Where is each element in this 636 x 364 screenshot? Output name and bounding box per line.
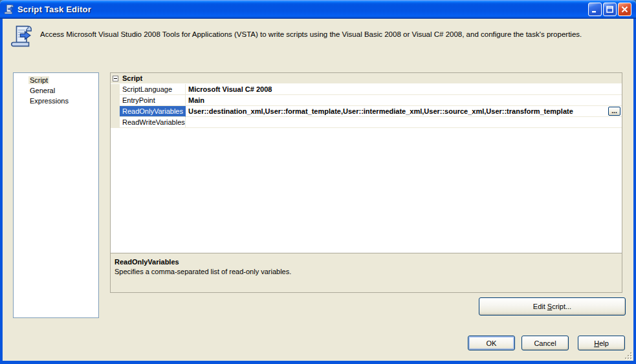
sidebar-item-expressions[interactable]: Expressions: [14, 96, 98, 106]
sidebar-item-script[interactable]: Script: [14, 75, 98, 85]
property-description-title: ReadOnlyVariables: [115, 258, 622, 266]
property-description-text: Specifies a comma-separated list of read…: [115, 268, 622, 275]
titlebar[interactable]: Script Task Editor: [0, 0, 636, 19]
script-task-icon: [4, 4, 15, 15]
close-icon: [621, 6, 628, 13]
property-row-EntryPoint[interactable]: EntryPointMain: [111, 95, 622, 106]
property-name: EntryPoint: [120, 95, 186, 106]
row-gutter: [111, 95, 120, 106]
category-row-script[interactable]: Script: [111, 73, 622, 84]
property-rows: ScriptLanguageMicrosoft Visual C# 2008En…: [111, 84, 622, 128]
row-gutter: [111, 106, 120, 117]
row-gutter: [111, 84, 120, 95]
maximize-button[interactable]: [603, 3, 617, 16]
minimize-button[interactable]: [588, 3, 602, 16]
sidebar-item-general[interactable]: General: [14, 85, 98, 96]
script-task-editor-window: Script Task Editor Access Microsoft: [0, 0, 636, 364]
property-row-ReadWriteVariables[interactable]: ReadWriteVariables: [111, 117, 622, 128]
property-row-ReadOnlyVariables[interactable]: ReadOnlyVariablesUser::destination_xml,U…: [111, 106, 622, 117]
property-name: ReadWriteVariables: [120, 117, 186, 128]
script-banner-icon: [10, 24, 35, 48]
property-value[interactable]: [186, 117, 622, 128]
property-value[interactable]: Main: [186, 95, 622, 106]
minimize-icon: [591, 6, 598, 13]
property-grid: Script ScriptLanguageMicrosoft Visual C#…: [110, 72, 622, 293]
cancel-button[interactable]: Cancel: [521, 336, 569, 350]
resize-grip[interactable]: [623, 350, 632, 359]
maximize-icon: [606, 6, 613, 13]
property-name: ScriptLanguage: [120, 84, 186, 95]
property-value[interactable]: User::destination_xml,User::format_templ…: [186, 106, 622, 117]
close-button[interactable]: [618, 3, 631, 16]
property-value[interactable]: Microsoft Visual C# 2008: [186, 84, 622, 95]
dialog-body: Access Microsoft Visual Studio 2008 Tool…: [0, 19, 636, 364]
property-row-ScriptLanguage[interactable]: ScriptLanguageMicrosoft Visual C# 2008: [111, 84, 622, 95]
collapse-icon[interactable]: [113, 76, 118, 81]
dialog-description: Access Microsoft Visual Studio 2008 Tool…: [40, 30, 620, 38]
edit-script-button[interactable]: Edit Script...: [479, 297, 626, 316]
property-description-pane: ReadOnlyVariables Specifies a comma-sepa…: [111, 253, 622, 292]
browse-ellipsis-button[interactable]: ...: [608, 107, 620, 116]
category-label: Script: [122, 74, 142, 82]
pages-list: ScriptGeneralExpressions: [13, 72, 99, 318]
sidebar-item-label: Expressions: [28, 97, 70, 105]
property-name: ReadOnlyVariables: [120, 106, 186, 117]
help-button[interactable]: Help: [578, 336, 625, 350]
sidebar-item-label: Script: [28, 76, 49, 84]
ok-button[interactable]: OK: [468, 336, 515, 350]
window-title: Script Task Editor: [17, 5, 91, 14]
row-gutter: [111, 117, 120, 128]
sidebar-item-label: General: [28, 87, 56, 94]
